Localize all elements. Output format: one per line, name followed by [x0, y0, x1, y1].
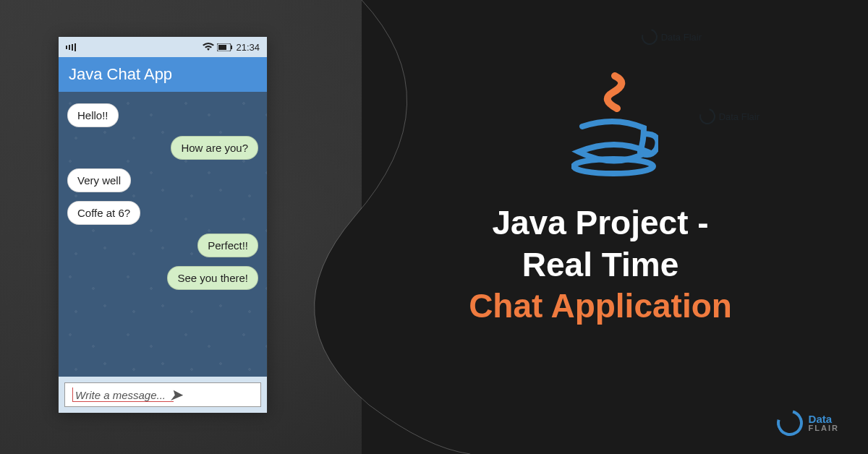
svg-rect-2 [231, 46, 232, 49]
watermark: Data Flair [699, 108, 760, 124]
wifi-icon [203, 43, 214, 51]
signal-icon [66, 43, 76, 51]
app-header: Java Chat App [59, 57, 267, 92]
input-placeholder: Write a message... [75, 389, 166, 401]
input-bar: Write a message...➤ [59, 377, 267, 413]
chat-bubble: Coffe at 6? [67, 201, 140, 225]
brand-name-2: FLAIR [809, 424, 839, 432]
title-line-1: Java Project - [398, 202, 803, 244]
watermark: Data Flair [642, 29, 702, 45]
phone-mockup: 21:34 Java Chat App Hello!! How are you?… [58, 36, 268, 412]
message-input[interactable]: Write a message...➤ [64, 382, 261, 407]
chat-bubble: Hello!! [67, 103, 119, 127]
svg-point-3 [574, 159, 653, 174]
brand-logo: Data FLAIR [777, 410, 839, 436]
chat-bubble: How are you? [171, 136, 258, 160]
chat-bubble: See you there! [167, 266, 258, 290]
status-time: 21:34 [236, 42, 260, 53]
battery-icon [217, 43, 233, 51]
svg-rect-1 [218, 45, 226, 50]
chat-area: Hello!! How are you? Very well Coffe at … [59, 92, 267, 377]
title-line-3: Chat Application [398, 286, 803, 327]
status-bar: 21:34 [59, 37, 267, 57]
brand-icon [777, 410, 803, 436]
send-icon[interactable]: ➤ [170, 386, 182, 403]
app-title: Java Chat App [69, 65, 172, 84]
title-line-2: Real Time [398, 244, 803, 286]
brand-name-1: Data [809, 414, 839, 424]
chat-bubble: Perfect!! [197, 234, 258, 257]
java-logo-icon [564, 72, 665, 181]
main-title: Java Project - Real Time Chat Applicatio… [398, 202, 803, 327]
chat-bubble: Very well [67, 168, 131, 192]
